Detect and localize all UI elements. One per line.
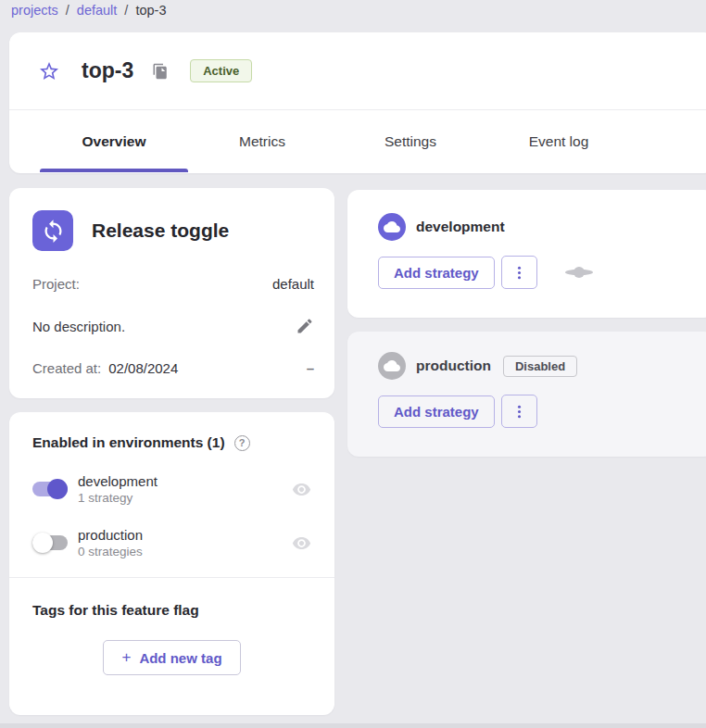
environment-strategy-count: 0 strategies bbox=[78, 545, 143, 559]
breadcrumb-current: top-3 bbox=[135, 3, 166, 18]
description-text: No description. bbox=[32, 319, 125, 334]
breadcrumb-separator: / bbox=[124, 3, 128, 18]
status-badge: Active bbox=[190, 59, 252, 82]
page-title: top-3 bbox=[82, 58, 133, 83]
tags-heading: Tags for this feature flag bbox=[32, 602, 311, 619]
plus-icon: + bbox=[121, 648, 131, 667]
empty-field-dash: – bbox=[307, 360, 314, 376]
environment-strategy-count: 1 strategy bbox=[78, 491, 158, 505]
development-toggle[interactable] bbox=[32, 479, 68, 499]
production-environment-panel: production Disabled Add strategy bbox=[347, 332, 706, 457]
add-new-tag-label: Add new tag bbox=[139, 650, 221, 666]
environment-name: production bbox=[78, 527, 143, 543]
environments-heading: Enabled in environments (1) bbox=[32, 434, 225, 451]
flag-header-row: top-3 Active bbox=[9, 32, 706, 110]
release-toggle-icon bbox=[32, 210, 73, 251]
breadcrumb: projects / default / top-3 bbox=[11, 3, 166, 18]
tab-event-log[interactable]: Event log bbox=[485, 110, 633, 172]
more-options-kebab-button[interactable] bbox=[501, 395, 537, 428]
environment-row-production: production 0 strategies bbox=[32, 527, 311, 559]
environments-card: Enabled in environments (1) ? developmen… bbox=[9, 412, 334, 715]
add-new-tag-button[interactable]: + Add new tag bbox=[103, 640, 240, 675]
add-strategy-button[interactable]: Add strategy bbox=[378, 395, 495, 428]
environment-cloud-icon bbox=[378, 213, 406, 241]
visibility-eye-icon[interactable] bbox=[292, 533, 311, 553]
disabled-badge: Disabled bbox=[503, 356, 577, 377]
environment-name: development bbox=[78, 473, 158, 489]
flag-header-card: top-3 Active Overview Metrics Settings E… bbox=[9, 32, 706, 173]
add-strategy-button[interactable]: Add strategy bbox=[378, 257, 495, 289]
copy-name-icon[interactable] bbox=[152, 63, 169, 80]
collapsed-strategy-indicator-icon bbox=[564, 266, 594, 279]
environment-panel-name: production bbox=[416, 358, 491, 374]
tab-bar: Overview Metrics Settings Event log bbox=[9, 110, 706, 172]
development-environment-panel: development Add strategy bbox=[347, 190, 706, 318]
edit-description-icon[interactable] bbox=[296, 317, 314, 335]
created-at-label: Created at: bbox=[32, 360, 101, 376]
environment-row-development: development 1 strategy bbox=[32, 473, 311, 505]
project-value: default bbox=[272, 276, 314, 292]
breadcrumb-link-projects[interactable]: projects bbox=[11, 3, 58, 18]
flag-type-label: Release toggle bbox=[92, 220, 229, 242]
environment-cloud-icon bbox=[378, 352, 406, 380]
tab-settings[interactable]: Settings bbox=[336, 110, 485, 172]
tab-overview[interactable]: Overview bbox=[40, 110, 188, 172]
created-at-value: 02/08/2024 bbox=[108, 360, 178, 376]
visibility-eye-icon[interactable] bbox=[292, 480, 311, 499]
tab-metrics[interactable]: Metrics bbox=[188, 110, 336, 172]
environment-panel-name: development bbox=[416, 219, 505, 235]
project-label: Project: bbox=[32, 276, 80, 292]
breadcrumb-link-default[interactable]: default bbox=[77, 3, 118, 18]
production-toggle[interactable] bbox=[32, 533, 68, 553]
breadcrumb-separator: / bbox=[66, 3, 69, 18]
bottom-scroll-strip[interactable] bbox=[0, 723, 706, 728]
help-icon[interactable]: ? bbox=[234, 435, 250, 451]
more-options-kebab-button[interactable] bbox=[501, 256, 537, 289]
favorite-star-icon[interactable] bbox=[38, 60, 60, 82]
active-tab-indicator bbox=[40, 169, 188, 172]
flag-type-card: Release toggle Project: default No descr… bbox=[9, 188, 334, 398]
